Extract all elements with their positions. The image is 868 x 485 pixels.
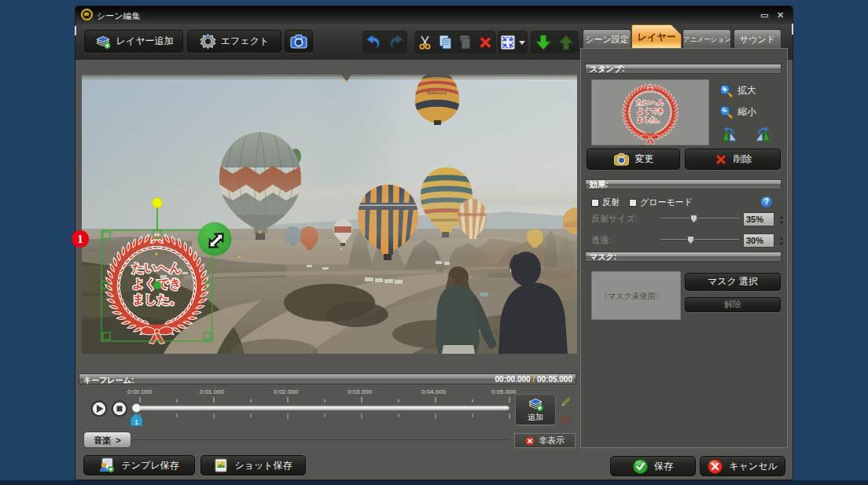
svg-text:1: 1 — [134, 418, 138, 426]
